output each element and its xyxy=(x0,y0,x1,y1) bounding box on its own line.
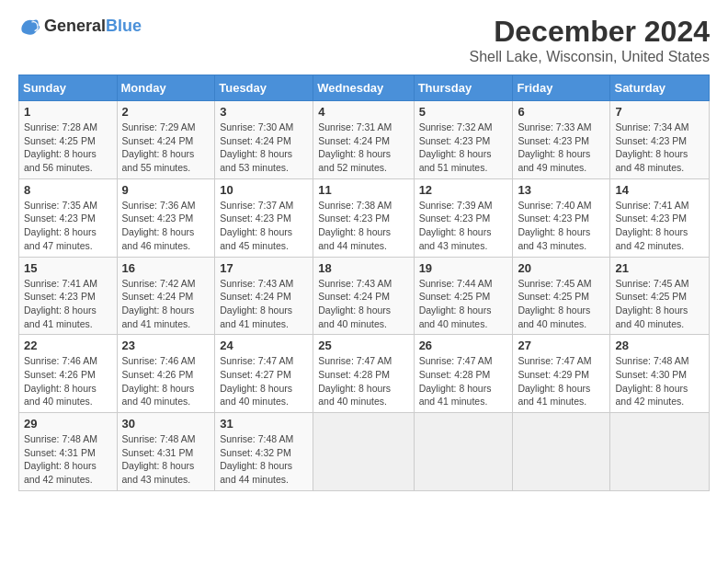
calendar-cell: 14 Sunrise: 7:41 AM Sunset: 4:23 PM Dayl… xyxy=(610,178,710,257)
calendar-cell: 5 Sunrise: 7:32 AM Sunset: 4:23 PM Dayli… xyxy=(414,101,513,179)
daylight-minutes: and 40 minutes. xyxy=(318,396,387,407)
daylight-minutes: and 42 minutes. xyxy=(24,474,93,485)
daylight-label: Daylight: 8 hours xyxy=(318,383,391,394)
sunrise-label: Sunrise: 7:33 AM xyxy=(518,121,591,132)
day-info: Sunrise: 7:28 AM Sunset: 4:25 PM Dayligh… xyxy=(24,121,112,175)
day-number: 12 xyxy=(419,183,508,197)
day-info: Sunrise: 7:47 AM Sunset: 4:28 PM Dayligh… xyxy=(419,354,508,408)
sunrise-label: Sunrise: 7:43 AM xyxy=(318,278,392,289)
daylight-minutes: and 40 minutes. xyxy=(318,318,387,329)
logo-text-general: General xyxy=(44,17,106,35)
sunrise-label: Sunrise: 7:41 AM xyxy=(24,278,97,289)
header-cell-friday: Friday xyxy=(513,75,610,101)
daylight-minutes: and 40 minutes. xyxy=(220,396,289,407)
sunrise-label: Sunrise: 7:40 AM xyxy=(518,200,591,211)
day-info: Sunrise: 7:48 AM Sunset: 4:32 PM Dayligh… xyxy=(220,432,308,487)
day-number: 18 xyxy=(318,261,408,275)
sunset-label: Sunset: 4:23 PM xyxy=(318,213,390,224)
daylight-label: Daylight: 8 hours xyxy=(318,148,391,159)
day-info: Sunrise: 7:31 AM Sunset: 4:24 PM Dayligh… xyxy=(318,121,408,175)
calendar-cell: 3 Sunrise: 7:30 AM Sunset: 4:24 PM Dayli… xyxy=(215,101,313,179)
day-number: 5 xyxy=(419,105,508,119)
day-number: 6 xyxy=(518,105,605,119)
calendar-cell: 15 Sunrise: 7:41 AM Sunset: 4:23 PM Dayl… xyxy=(19,257,118,335)
daylight-minutes: and 47 minutes. xyxy=(24,240,93,251)
sunrise-label: Sunrise: 7:45 AM xyxy=(518,278,591,289)
daylight-label: Daylight: 8 hours xyxy=(419,304,492,316)
day-info: Sunrise: 7:39 AM Sunset: 4:23 PM Dayligh… xyxy=(419,199,508,253)
day-info: Sunrise: 7:30 AM Sunset: 4:24 PM Dayligh… xyxy=(220,121,308,175)
calendar-week-row: 15 Sunrise: 7:41 AM Sunset: 4:23 PM Dayl… xyxy=(19,257,710,335)
day-number: 26 xyxy=(419,339,508,352)
sunset-label: Sunset: 4:23 PM xyxy=(615,135,687,146)
daylight-minutes: and 44 minutes. xyxy=(318,240,387,251)
day-info: Sunrise: 7:46 AM Sunset: 4:26 PM Dayligh… xyxy=(122,354,210,408)
daylight-label: Daylight: 8 hours xyxy=(122,148,195,159)
sunset-label: Sunset: 4:24 PM xyxy=(122,135,194,146)
daylight-label: Daylight: 8 hours xyxy=(122,460,195,471)
day-info: Sunrise: 7:32 AM Sunset: 4:23 PM Dayligh… xyxy=(419,121,508,175)
daylight-label: Daylight: 8 hours xyxy=(24,304,97,316)
day-info: Sunrise: 7:42 AM Sunset: 4:24 PM Dayligh… xyxy=(122,277,210,331)
title-area: December 2024 Shell Lake, Wisconsin, Uni… xyxy=(470,15,710,65)
daylight-minutes: and 56 minutes. xyxy=(24,162,93,173)
day-number: 16 xyxy=(122,261,210,275)
calendar-cell xyxy=(513,413,610,491)
sunset-label: Sunset: 4:24 PM xyxy=(318,291,390,302)
calendar-cell xyxy=(313,413,414,491)
daylight-minutes: and 40 minutes. xyxy=(518,318,586,329)
calendar-cell: 21 Sunrise: 7:45 AM Sunset: 4:25 PM Dayl… xyxy=(610,257,710,335)
sunrise-label: Sunrise: 7:31 AM xyxy=(318,121,392,132)
daylight-label: Daylight: 8 hours xyxy=(518,226,590,237)
sunset-label: Sunset: 4:24 PM xyxy=(220,291,291,302)
sunrise-label: Sunrise: 7:41 AM xyxy=(615,200,688,211)
daylight-minutes: and 43 minutes. xyxy=(518,240,586,251)
daylight-label: Daylight: 8 hours xyxy=(220,304,292,316)
daylight-label: Daylight: 8 hours xyxy=(318,304,391,316)
calendar-cell xyxy=(610,413,710,491)
daylight-label: Daylight: 8 hours xyxy=(518,383,590,394)
sunset-label: Sunset: 4:27 PM xyxy=(220,369,291,380)
day-number: 24 xyxy=(220,339,308,352)
sunset-label: Sunset: 4:32 PM xyxy=(220,447,291,458)
sunrise-label: Sunrise: 7:48 AM xyxy=(24,433,97,444)
sunrise-label: Sunrise: 7:29 AM xyxy=(122,121,196,132)
day-info: Sunrise: 7:29 AM Sunset: 4:24 PM Dayligh… xyxy=(122,121,210,175)
calendar-cell: 13 Sunrise: 7:40 AM Sunset: 4:23 PM Dayl… xyxy=(513,178,610,257)
daylight-minutes: and 41 minutes. xyxy=(220,318,289,329)
calendar-cell: 19 Sunrise: 7:44 AM Sunset: 4:25 PM Dayl… xyxy=(414,257,513,335)
daylight-minutes: and 49 minutes. xyxy=(518,162,586,173)
sunrise-label: Sunrise: 7:47 AM xyxy=(318,355,392,366)
daylight-minutes: and 40 minutes. xyxy=(615,318,684,329)
sunset-label: Sunset: 4:23 PM xyxy=(419,135,491,146)
day-info: Sunrise: 7:43 AM Sunset: 4:24 PM Dayligh… xyxy=(220,277,308,331)
day-number: 3 xyxy=(220,105,308,119)
sunrise-label: Sunrise: 7:47 AM xyxy=(419,355,493,366)
day-number: 11 xyxy=(318,183,408,197)
day-number: 23 xyxy=(122,339,210,352)
day-number: 14 xyxy=(615,183,704,197)
logo: GeneralBlue xyxy=(18,15,142,37)
day-info: Sunrise: 7:47 AM Sunset: 4:28 PM Dayligh… xyxy=(318,354,408,408)
logo-icon xyxy=(18,15,40,37)
calendar-cell: 16 Sunrise: 7:42 AM Sunset: 4:24 PM Dayl… xyxy=(117,257,215,335)
daylight-minutes: and 40 minutes. xyxy=(24,396,93,407)
calendar-cell: 4 Sunrise: 7:31 AM Sunset: 4:24 PM Dayli… xyxy=(313,101,414,179)
day-number: 21 xyxy=(615,261,704,275)
header-cell-thursday: Thursday xyxy=(414,75,513,101)
header-cell-tuesday: Tuesday xyxy=(215,75,313,101)
day-info: Sunrise: 7:33 AM Sunset: 4:23 PM Dayligh… xyxy=(518,121,605,175)
sunrise-label: Sunrise: 7:36 AM xyxy=(122,200,196,211)
calendar-week-row: 29 Sunrise: 7:48 AM Sunset: 4:31 PM Dayl… xyxy=(19,413,710,491)
daylight-label: Daylight: 8 hours xyxy=(419,226,492,237)
calendar-cell: 18 Sunrise: 7:43 AM Sunset: 4:24 PM Dayl… xyxy=(313,257,414,335)
sunrise-label: Sunrise: 7:46 AM xyxy=(24,355,97,366)
day-number: 4 xyxy=(318,105,408,119)
calendar-week-row: 1 Sunrise: 7:28 AM Sunset: 4:25 PM Dayli… xyxy=(19,101,710,179)
header-cell-wednesday: Wednesday xyxy=(313,75,414,101)
sunset-label: Sunset: 4:24 PM xyxy=(220,135,291,146)
day-number: 1 xyxy=(24,105,112,119)
daylight-minutes: and 41 minutes. xyxy=(419,396,488,407)
day-info: Sunrise: 7:37 AM Sunset: 4:23 PM Dayligh… xyxy=(220,199,308,253)
calendar-cell xyxy=(414,413,513,491)
